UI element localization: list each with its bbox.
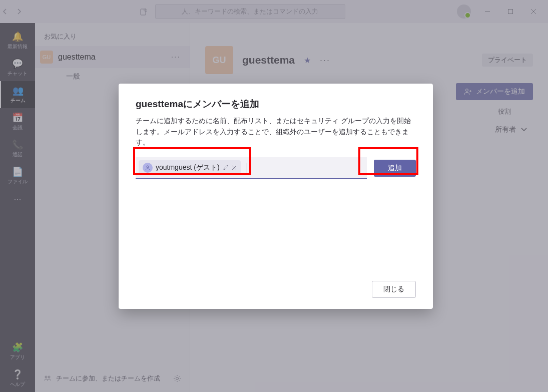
svg-point-7 bbox=[147, 166, 149, 168]
dialog-add-button[interactable]: 追加 bbox=[374, 160, 416, 177]
dialog-title: guesttemaにメンバーを追加 bbox=[136, 98, 416, 111]
remove-chip-icon[interactable] bbox=[232, 165, 237, 170]
member-chip[interactable]: youtmguest (ゲスト) bbox=[139, 160, 241, 175]
dialog-close-button[interactable]: 閉じる bbox=[372, 281, 416, 298]
add-member-dialog: guesttemaにメンバーを追加 チームに追加するために名前、配布リスト、また… bbox=[119, 84, 433, 309]
member-chip-label: youtmguest (ゲスト) bbox=[156, 163, 220, 172]
guest-avatar-icon bbox=[143, 163, 153, 173]
text-caret bbox=[247, 163, 247, 173]
edit-chip-icon[interactable] bbox=[223, 165, 229, 171]
dialog-description: チームに追加するために名前、配布リスト、またはセキュリティ グループの入力を開始… bbox=[136, 116, 416, 148]
member-input[interactable]: youtmguest (ゲスト) bbox=[136, 157, 367, 179]
dialog-input-row: youtmguest (ゲスト) 追加 bbox=[136, 157, 416, 179]
